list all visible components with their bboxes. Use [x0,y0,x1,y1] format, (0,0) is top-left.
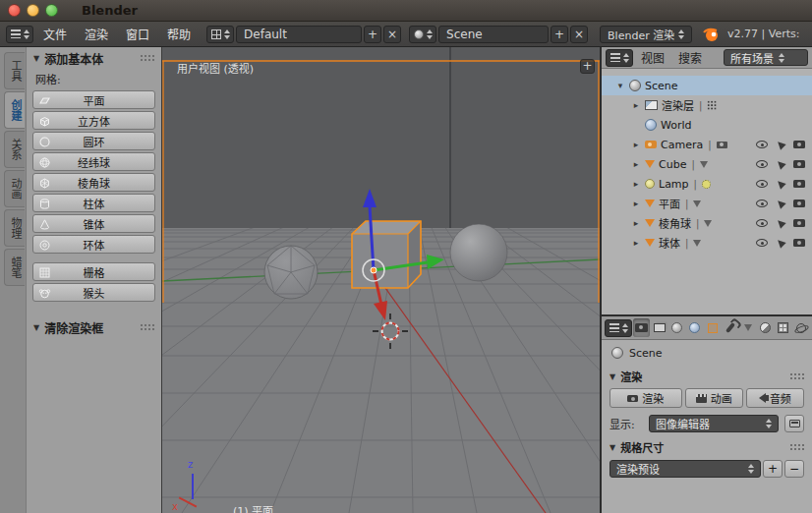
outliner-view-menu[interactable]: 视图 [635,49,670,66]
new-window-button[interactable] [784,415,804,432]
uv-sphere-object[interactable] [450,224,507,281]
outliner-row-renderlayers[interactable]: ▸ 渲染层 | [602,95,812,115]
window-titlebar[interactable]: Blender [0,0,812,22]
add-ico-sphere-button[interactable]: 棱角球 [32,173,155,192]
tab-object-data[interactable] [739,318,756,337]
add-cylinder-button[interactable]: 柱体 [32,194,155,212]
tab-physics[interactable]: 物理 [4,209,25,247]
visibility-eye-icon[interactable] [756,219,768,227]
close-scene-button[interactable]: × [570,26,588,43]
renderability-camera-icon[interactable] [793,219,805,227]
ico-sphere-object[interactable] [264,246,318,299]
outliner-row-lamp[interactable]: ▸ Lamp | [602,174,812,194]
outliner-row-sphere[interactable]: ▸ 球体 | [602,233,812,253]
animation-button[interactable]: 动画 [685,388,743,408]
tab-relations[interactable]: 关系 [4,131,25,168]
add-grid-button[interactable]: 栅格 [32,262,155,281]
disclosure-closed-icon[interactable]: ▸ [631,218,641,228]
disclosure-closed-icon[interactable]: ▸ [631,140,641,149]
tab-physics[interactable] [792,318,809,337]
render-preset-dropdown[interactable]: 渲染预设 [609,460,761,478]
panel-grip-icon[interactable] [789,443,804,452]
visibility-eye-icon[interactable] [756,141,768,148]
add-torus-button[interactable]: 环体 [32,235,155,254]
outliner-row-icosphere[interactable]: ▸ 棱角球 | [602,213,812,233]
dimensions-panel-header[interactable]: ▼ 规格尺寸 [602,436,812,458]
outliner-row-cube[interactable]: ▸ Cube | [602,154,812,174]
maximize-window-button[interactable] [45,4,58,17]
editor-divider-vertical[interactable] [600,47,602,513]
renderability-camera-icon[interactable] [793,141,805,148]
panel-grip-icon[interactable] [140,323,154,332]
editor-divider-horizontal[interactable] [602,314,812,316]
menu-help[interactable]: 帮助 [159,26,199,42]
properties-editor-type-button[interactable] [605,319,632,337]
menu-file[interactable]: 文件 [35,26,75,42]
screen-layout-selector[interactable]: Default [236,26,362,43]
outliner-editor-type-button[interactable] [606,49,633,67]
disclosure-closed-icon[interactable]: ▸ [631,199,641,208]
tab-render-layers[interactable] [651,318,667,337]
close-window-button[interactable] [8,4,21,17]
add-circle-button[interactable]: 圆环 [32,132,155,150]
tab-grease-pencil[interactable]: 蜡笔 [4,249,25,286]
audio-button[interactable]: 音频 [746,388,804,408]
renderability-camera-icon[interactable] [793,200,805,207]
visibility-eye-icon[interactable] [756,200,768,207]
visibility-eye-icon[interactable] [756,160,768,168]
add-scene-button[interactable]: + [551,26,568,43]
selectability-cursor-icon[interactable] [775,178,785,189]
selectability-cursor-icon[interactable] [775,139,785,149]
tab-material[interactable] [757,318,774,337]
render-engine-selector[interactable]: Blender 渲染 [600,26,692,43]
disclosure-closed-icon[interactable]: ▸ [631,238,641,248]
scene-selector[interactable]: Scene [438,26,549,43]
renderability-camera-icon[interactable] [793,239,805,247]
outliner-row-scene[interactable]: ▾ Scene [602,76,812,95]
tab-create[interactable]: 创建 [4,91,25,129]
selectability-cursor-icon[interactable] [775,237,785,248]
add-layout-button[interactable]: + [364,26,381,43]
add-cone-button[interactable]: 锥体 [32,214,155,233]
remove-preset-button[interactable]: − [784,460,804,478]
editor-type-button[interactable] [6,26,33,43]
renderability-camera-icon[interactable] [793,160,805,168]
tab-world[interactable] [686,318,703,337]
close-layout-button[interactable]: × [383,26,401,43]
add-monkey-button[interactable]: 猴头 [32,283,155,302]
visibility-eye-icon[interactable] [756,180,768,188]
outliner-search-menu[interactable]: 搜索 [672,49,708,66]
panel-grip-icon[interactable] [789,372,804,381]
tab-modifiers[interactable] [722,318,738,337]
tab-animation[interactable]: 动画 [4,170,25,207]
disclosure-closed-icon[interactable]: ▸ [631,179,641,189]
tab-object[interactable] [704,318,721,337]
tab-render[interactable] [633,318,650,337]
render-button[interactable]: 渲染 [609,388,682,408]
outliner-row-camera[interactable]: ▸ Camera | [602,135,812,154]
clear-render-border-panel-header[interactable]: ▼ 清除渲染框 [27,316,161,338]
panel-grip-icon[interactable] [140,54,154,63]
scene-icon-button[interactable] [409,26,436,43]
tab-tools[interactable]: 工具 [4,52,25,89]
minimize-window-button[interactable] [27,4,39,17]
disclosure-closed-icon[interactable]: ▸ [631,159,641,169]
tab-scene[interactable] [668,318,685,337]
visibility-eye-icon[interactable] [756,239,768,247]
add-preset-button[interactable]: + [763,460,783,478]
cube-object[interactable] [352,221,421,288]
selectability-cursor-icon[interactable] [775,217,785,228]
renderability-camera-icon[interactable] [793,180,805,188]
add-plane-button[interactable]: 平面 [32,90,155,109]
viewport-canvas[interactable] [162,47,600,513]
display-mode-dropdown[interactable]: 图像编辑器 [649,415,779,432]
add-uv-sphere-button[interactable]: 经纬球 [32,152,155,171]
screen-layout-icon-button[interactable] [206,26,234,43]
sidebar-expand-button[interactable]: + [580,59,595,74]
3d-viewport[interactable]: 用户视图 (透视) + z x (1) 平面 [162,47,600,513]
selectability-cursor-icon[interactable] [775,158,785,169]
disclosure-closed-icon[interactable]: ▸ [631,100,641,110]
menu-window[interactable]: 窗口 [118,26,157,42]
outliner-filter-dropdown[interactable]: 所有场景 [724,49,808,66]
add-primitives-panel-header[interactable]: ▼ 添加基本体 [27,47,161,69]
